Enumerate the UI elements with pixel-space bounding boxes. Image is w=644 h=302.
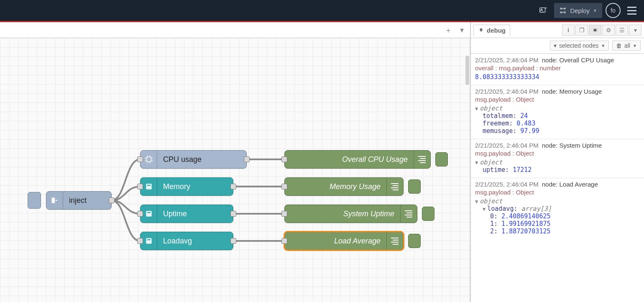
svg-point-3 xyxy=(564,8,565,9)
debug-toggle[interactable] xyxy=(408,179,421,194)
debug-icon xyxy=(386,178,403,195)
debug-msg-uptime[interactable]: 2/21/2025, 2:46:04 PM node: System Uptim… xyxy=(471,139,644,178)
svg-rect-8 xyxy=(147,185,150,186)
add-tab-icon[interactable]: ＋ xyxy=(443,25,453,35)
caret-icon[interactable]: ▼ xyxy=(475,106,478,112)
sidebar-menu-chevron-icon[interactable]: ▾ xyxy=(629,25,641,36)
obj-type: object xyxy=(480,105,502,112)
debug-toggle[interactable] xyxy=(408,234,421,248)
scrollbar[interactable] xyxy=(465,56,469,85)
sidebar-tabs: debug i ❐ ⚙ ☰ ▾ xyxy=(471,22,644,38)
port-in[interactable] xyxy=(281,238,287,244)
node-debug-loadavg[interactable]: Load Average xyxy=(284,232,404,250)
node-loadavg[interactable]: Loadavg xyxy=(140,232,233,250)
node-debug-cpu-label: Overall CPU Usage xyxy=(285,155,414,164)
filter-selected-nodes[interactable]: ▾ selected nodes ▼ xyxy=(550,41,609,51)
tab-debug-label: debug xyxy=(487,27,506,34)
node-debug-loadavg-label: Load Average xyxy=(285,237,386,246)
caret-icon[interactable]: ▼ xyxy=(475,160,478,166)
prop-key: memusage xyxy=(483,127,513,135)
wires xyxy=(0,38,470,302)
debug-toggle[interactable] xyxy=(422,207,434,221)
chevron-down-icon: ▼ xyxy=(593,8,597,13)
prop-val: 97.99 xyxy=(520,127,539,135)
msg-meta: msg.payload : Object xyxy=(475,150,640,157)
msg-value: 8.083333333333334 xyxy=(475,73,539,81)
debug-msg-memory[interactable]: 2/21/2025, 2:46:04 PM node: Memory Usage… xyxy=(471,85,644,139)
info-icon[interactable]: i xyxy=(562,25,575,36)
port-in[interactable] xyxy=(137,184,143,189)
port-out[interactable] xyxy=(244,156,250,162)
port-out[interactable] xyxy=(109,197,115,203)
node-debug-memory-label: Memory Usage xyxy=(285,182,386,191)
msg-timestamp: 2/21/2025, 2:46:04 PM xyxy=(475,56,539,64)
port-in[interactable] xyxy=(137,156,143,162)
filter-label: selected nodes xyxy=(559,42,598,49)
prop-key: totalmem xyxy=(483,112,513,120)
debug-messages: 2/21/2025, 2:46:04 PM node: Overall CPU … xyxy=(471,54,644,302)
inject-trigger-button[interactable] xyxy=(28,192,41,209)
svg-point-13 xyxy=(594,29,596,31)
port-out[interactable] xyxy=(230,238,236,244)
menu-icon[interactable] xyxy=(624,3,640,18)
arr-idx: 1 xyxy=(490,220,494,228)
arr-val: 1.99169921875 xyxy=(501,220,550,228)
node-cpu[interactable]: CPU usage xyxy=(140,150,247,169)
prop-key: uptime xyxy=(483,166,505,174)
node-inject[interactable]: inject xyxy=(46,191,112,210)
trash-icon: 🗑 xyxy=(616,42,622,49)
debug-toggle[interactable] xyxy=(435,152,448,166)
tab-debug[interactable]: debug xyxy=(473,25,510,36)
port-in[interactable] xyxy=(281,184,287,189)
flow-canvas[interactable]: inject CPU usage xyxy=(0,38,470,302)
msg-timestamp: 2/21/2025, 2:46:04 PM xyxy=(475,181,539,188)
node-memory-label: Memory xyxy=(157,182,233,191)
port-out[interactable] xyxy=(230,211,236,217)
svg-point-5 xyxy=(564,12,565,13)
book-icon[interactable]: ❐ xyxy=(575,25,588,36)
obj-type: object xyxy=(480,159,502,166)
node-memory[interactable]: Memory xyxy=(140,177,233,196)
node-loadavg-label: Loadavg xyxy=(157,237,233,246)
debug-msg-loadavg[interactable]: 2/21/2025, 2:46:04 PM node: Load Average… xyxy=(471,178,644,239)
stack-icon[interactable]: ☰ xyxy=(616,25,628,36)
port-in[interactable] xyxy=(281,156,287,162)
debug-msg-cpu[interactable]: 2/21/2025, 2:46:04 PM node: Overall CPU … xyxy=(471,54,644,85)
arr-val: 2.40869140625 xyxy=(501,212,550,220)
gear-icon[interactable]: ⚙ xyxy=(602,25,615,36)
node-debug-memory[interactable]: Memory Usage xyxy=(284,177,404,196)
server-icon xyxy=(141,232,157,250)
node-debug-uptime[interactable]: System Uptime xyxy=(284,205,417,223)
caret-icon[interactable]: ▼ xyxy=(475,199,478,205)
msg-node-name: node: Load Average xyxy=(542,181,598,188)
node-uptime[interactable]: Uptime xyxy=(140,205,233,223)
image-sparkle-icon[interactable] xyxy=(536,3,551,18)
svg-rect-6 xyxy=(146,157,151,162)
avatar[interactable]: fo xyxy=(606,3,621,18)
prop-val: 17212 xyxy=(513,166,532,174)
msg-meta: msg.payload : Object xyxy=(475,96,640,103)
debug-toolbar: ▾ selected nodes ▼ 🗑 all ▼ xyxy=(471,38,644,54)
prop-val: 0.483 xyxy=(516,120,535,127)
node-debug-cpu[interactable]: Overall CPU Usage xyxy=(284,150,431,169)
caret-icon[interactable]: ▼ xyxy=(483,206,486,212)
port-out[interactable] xyxy=(230,184,236,189)
port-in[interactable] xyxy=(281,211,287,217)
svg-rect-9 xyxy=(146,211,151,216)
obj-type: object xyxy=(480,197,502,205)
bug-icon[interactable] xyxy=(589,25,601,36)
prop-val: 24 xyxy=(520,112,528,120)
deploy-button[interactable]: Deploy ▼ xyxy=(554,3,602,18)
cpu-icon xyxy=(141,151,157,168)
avatar-initials: fo xyxy=(611,7,616,14)
svg-rect-11 xyxy=(146,238,151,243)
port-in[interactable] xyxy=(137,238,143,244)
port-in[interactable] xyxy=(137,211,143,217)
clear-all-button[interactable]: 🗑 all ▼ xyxy=(612,41,641,51)
server-icon xyxy=(141,178,157,195)
node-cpu-label: CPU usage xyxy=(157,155,246,164)
tab-menu-chevron-icon[interactable]: ▾ xyxy=(457,25,467,35)
array-type: array[3] xyxy=(521,205,552,212)
debug-icon xyxy=(414,151,430,168)
node-inject-label: inject xyxy=(63,196,111,205)
